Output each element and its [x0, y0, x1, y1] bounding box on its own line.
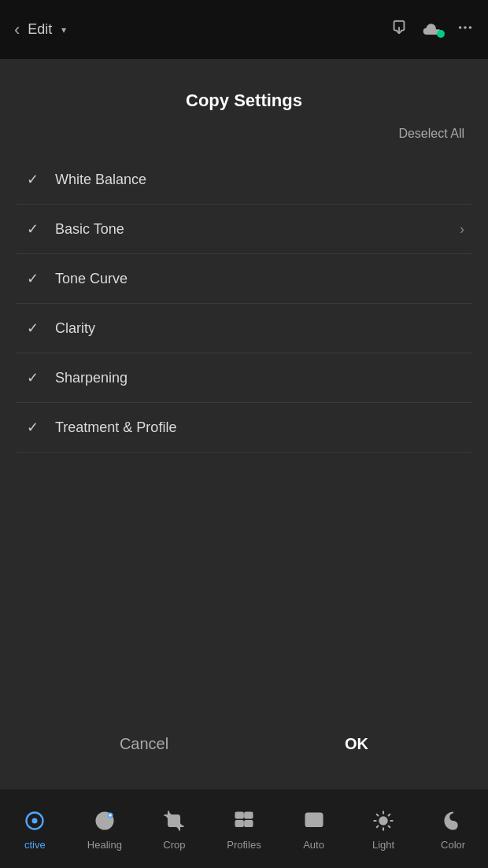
modal-footer: Cancel OK — [0, 705, 488, 789]
setting-white-balance[interactable]: ✓ White Balance — [16, 155, 472, 205]
nav-item-active[interactable]: ctive — [7, 807, 62, 851]
svg-rect-9 — [235, 821, 242, 826]
healing-icon — [91, 807, 118, 834]
share-button[interactable] — [390, 19, 408, 41]
setting-basic-tone[interactable]: ✓ Basic Tone › — [16, 205, 472, 254]
settings-list: ✓ White Balance ✓ Basic Tone › ✓ Tone Cu… — [0, 155, 488, 705]
ok-button[interactable]: OK — [321, 727, 392, 761]
top-bar-left: ‹ Edit ▾ — [14, 20, 66, 40]
cloud-sync-dot — [437, 30, 445, 38]
clarity-label: Clarity — [55, 320, 95, 337]
active-nav-label: ctive — [24, 839, 46, 851]
nav-item-auto[interactable]: Auto — [287, 807, 342, 851]
nav-item-color[interactable]: Color — [426, 807, 481, 851]
white-balance-label: White Balance — [55, 172, 146, 188]
setting-treatment-profile[interactable]: ✓ Treatment & Profile — [16, 403, 472, 452]
check-treatment-icon: ✓ — [24, 419, 41, 436]
nav-item-crop[interactable]: Crop — [146, 807, 201, 851]
more-options-button[interactable] — [457, 19, 474, 41]
edit-dropdown-icon[interactable]: ▾ — [61, 24, 66, 35]
crop-icon — [161, 807, 187, 834]
svg-point-1 — [464, 26, 467, 29]
nav-item-light[interactable]: Light — [356, 807, 411, 851]
svg-rect-10 — [245, 821, 252, 826]
bottom-nav: ctive Healing Crop — [0, 789, 488, 868]
check-basic-tone-icon: ✓ — [24, 220, 41, 238]
color-label: Color — [441, 839, 465, 851]
cloud-sync-button[interactable] — [422, 22, 442, 38]
crop-label: Crop — [163, 839, 185, 851]
check-white-balance-icon: ✓ — [24, 171, 41, 188]
svg-rect-11 — [305, 813, 322, 826]
tone-curve-label: Tone Curve — [55, 271, 128, 287]
deselect-all-row: Deselect All — [0, 127, 488, 155]
nav-item-profiles[interactable]: Profiles — [216, 807, 272, 851]
auto-icon — [301, 807, 327, 834]
treatment-profile-label: Treatment & Profile — [55, 419, 176, 436]
modal-title: Copy Settings — [0, 59, 488, 127]
check-tone-curve-icon: ✓ — [24, 270, 41, 287]
edit-label: Edit — [28, 21, 52, 38]
sharpening-label: Sharpening — [55, 370, 128, 386]
auto-label: Auto — [303, 839, 324, 851]
setting-tone-curve[interactable]: ✓ Tone Curve — [16, 254, 472, 304]
svg-point-4 — [32, 818, 38, 823]
copy-settings-modal: Copy Settings Deselect All ✓ White Balan… — [0, 59, 488, 789]
profiles-icon — [231, 807, 257, 834]
cancel-button[interactable]: Cancel — [96, 727, 192, 761]
check-clarity-icon: ✓ — [24, 319, 41, 337]
light-icon — [370, 807, 397, 834]
color-icon — [440, 807, 467, 834]
svg-point-12 — [379, 817, 386, 824]
check-sharpening-icon: ✓ — [24, 369, 41, 386]
setting-clarity[interactable]: ✓ Clarity — [16, 304, 472, 353]
svg-point-0 — [459, 26, 462, 29]
healing-label: Healing — [87, 839, 122, 851]
setting-sharpening[interactable]: ✓ Sharpening — [16, 353, 472, 403]
svg-rect-7 — [235, 812, 242, 818]
basic-tone-chevron-icon: › — [460, 221, 464, 238]
svg-rect-8 — [245, 812, 252, 818]
top-bar-right — [390, 19, 474, 41]
active-nav-icon — [21, 807, 48, 834]
nav-item-healing[interactable]: Healing — [77, 807, 132, 851]
deselect-all-button[interactable]: Deselect All — [398, 127, 464, 141]
svg-point-2 — [469, 26, 472, 29]
profiles-label: Profiles — [227, 839, 261, 851]
top-bar: ‹ Edit ▾ — [0, 0, 488, 59]
light-label: Light — [372, 839, 394, 851]
basic-tone-label: Basic Tone — [55, 221, 124, 238]
back-button[interactable]: ‹ — [14, 20, 20, 40]
